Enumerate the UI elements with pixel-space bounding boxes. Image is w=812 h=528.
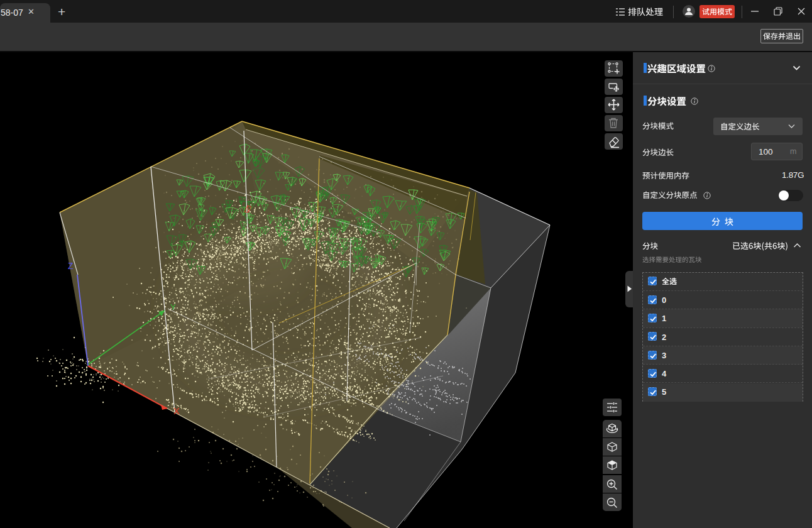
svg-text:Y: Y [170, 302, 176, 312]
svg-text:Z: Z [68, 261, 74, 271]
svg-text:X: X [173, 406, 180, 416]
